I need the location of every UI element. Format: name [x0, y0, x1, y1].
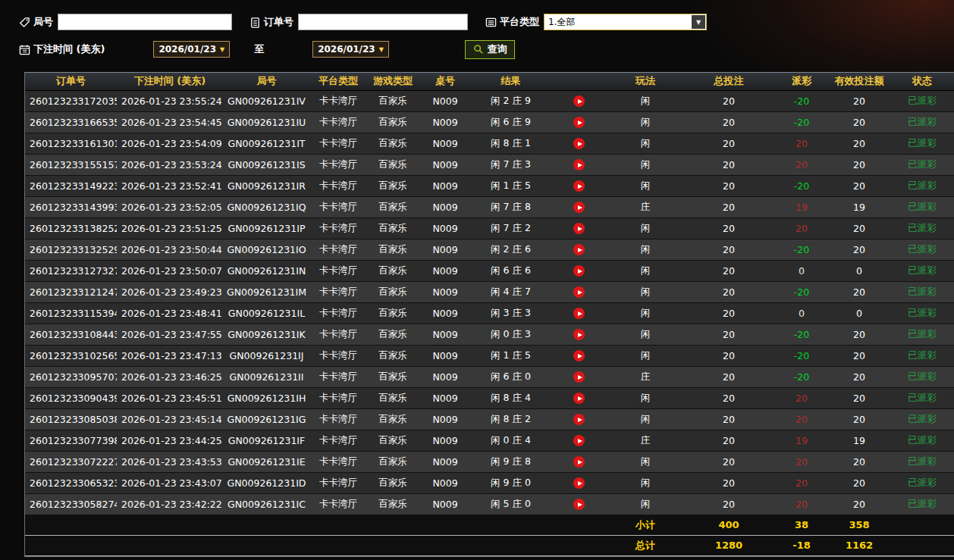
status-cell: 已派彩 [890, 451, 954, 472]
round-id-cell: GN009261231IF [223, 430, 310, 451]
replay-play-icon[interactable] [573, 286, 585, 298]
play-type-cell: 庄 [607, 366, 683, 387]
table-row: 2601232330722272026-01-23 23:43:53GN0092… [25, 451, 954, 472]
replay-play-icon[interactable] [573, 371, 585, 383]
replay-play-icon[interactable] [573, 350, 585, 361]
payout-cell: 20 [774, 493, 829, 515]
search-button[interactable]: 查询 [465, 40, 515, 59]
replay-cell [551, 196, 607, 217]
play-triangle [578, 248, 582, 252]
replay-play-icon[interactable] [573, 414, 585, 425]
replay-play-icon[interactable] [573, 117, 585, 128]
play-triangle [578, 396, 582, 401]
play-type-cell: 庄 [607, 430, 683, 451]
result-cell: 闲 0 庄 3 [471, 324, 551, 345]
order-id-cell: 260123233172035 [25, 90, 117, 111]
replay-play-icon[interactable] [573, 265, 585, 277]
replay-play-icon[interactable] [573, 138, 585, 149]
replay-play-icon[interactable] [573, 223, 585, 234]
game-type-cell: 百家乐 [366, 430, 419, 451]
replay-play-icon[interactable] [573, 159, 585, 171]
valid-bet-cell: 20 [829, 175, 890, 196]
bet-time-filter: 下注时间 (美东) [18, 42, 109, 56]
payout-cell: 19 [774, 430, 829, 451]
platform-select-value: 1.全部 [548, 16, 575, 29]
replay-play-icon[interactable] [573, 435, 585, 446]
payout-cell: 0 [774, 260, 829, 281]
replay-play-icon[interactable] [573, 499, 585, 510]
round-input[interactable] [58, 14, 232, 30]
total-bet-cell: 20 [683, 387, 774, 408]
table-row: 2601232331720352026-01-23 23:55:24GN0092… [25, 90, 954, 111]
order-id-cell: 260123233115394 [25, 302, 117, 324]
replay-play-icon[interactable] [573, 244, 585, 255]
play-triangle [578, 205, 582, 210]
bet-time-cell: 2026-01-23 23:47:13 [117, 345, 223, 366]
game-type-cell: 百家乐 [366, 281, 419, 302]
table-no-cell: N009 [419, 217, 471, 239]
play-triangle [578, 99, 582, 104]
platform-cell: 卡卡湾厅 [310, 302, 366, 324]
replay-play-icon[interactable] [573, 393, 585, 404]
table-row: 2601232331025652026-01-23 23:47:13GN0092… [25, 345, 954, 366]
status-cell: 已派彩 [890, 408, 954, 430]
replay-play-icon[interactable] [573, 308, 585, 319]
order-id-cell: 260123233121247 [25, 281, 117, 302]
grand-total-row: 总计 1280 -18 1162 [25, 535, 954, 555]
platform-cell: 卡卡湾厅 [310, 324, 366, 345]
result-cell: 闲 1 庄 5 [471, 345, 551, 366]
payout-cell: 0 [774, 302, 829, 324]
calendar-icon [18, 43, 30, 55]
order-input[interactable] [298, 14, 468, 30]
date-to-button[interactable]: 2026/01/23 ▼ [312, 41, 389, 58]
replay-play-icon[interactable] [573, 456, 585, 468]
valid-bet-cell: 20 [829, 217, 890, 239]
replay-play-icon[interactable] [573, 477, 585, 489]
valid-bet-cell: 20 [829, 408, 890, 430]
platform-cell: 卡卡湾厅 [310, 90, 366, 111]
round-id-cell: GN009261231IH [223, 387, 310, 408]
bet-table: 订单号 下注时间 (美东) 局号 平台类型 游戏类型 桌号 结果 玩法 总投注 … [24, 72, 954, 557]
table-no-cell: N009 [419, 239, 471, 260]
payout-cell: -20 [774, 281, 829, 302]
total-bet-cell: 20 [683, 196, 774, 217]
platform-cell: 卡卡湾厅 [310, 366, 366, 387]
game-type-cell: 百家乐 [366, 472, 419, 493]
valid-bet-cell: 20 [829, 493, 890, 515]
round-id-cell: GN009261231IK [223, 324, 310, 345]
replay-play-icon[interactable] [573, 202, 585, 213]
order-id-cell: 260123233058274 [25, 493, 117, 515]
search-button-label: 查询 [488, 42, 507, 56]
replay-cell [551, 408, 607, 430]
status-cell: 已派彩 [890, 472, 954, 493]
result-cell: 闲 6 庄 0 [471, 366, 551, 387]
table-row: 2601232331212472026-01-23 23:49:23GN0092… [25, 281, 954, 302]
round-id-cell: GN009261231IQ [223, 196, 310, 217]
grand-total-label: 总计 [607, 535, 683, 555]
play-triangle [578, 460, 582, 465]
status-cell: 已派彩 [890, 387, 954, 408]
replay-play-icon[interactable] [573, 95, 585, 107]
bet-time-cell: 2026-01-23 23:47:55 [117, 324, 223, 345]
replay-play-icon[interactable] [573, 329, 585, 340]
bet-time-cell: 2026-01-23 23:52:41 [117, 175, 223, 196]
header-row: 订单号 下注时间 (美东) 局号 平台类型 游戏类型 桌号 结果 玩法 总投注 … [25, 73, 954, 90]
order-id-cell: 260123233155157 [25, 154, 117, 175]
table-no-cell: N009 [419, 175, 471, 196]
play-triangle [578, 439, 582, 443]
round-id-cell: GN009261231IU [223, 111, 310, 133]
table-no-cell: N009 [419, 154, 471, 175]
platform-select[interactable]: 1.全部 ▼ [544, 14, 707, 30]
play-triangle [578, 227, 582, 231]
subtotal-row: 小计 400 38 358 [25, 515, 954, 535]
replay-cell [551, 217, 607, 239]
subtotal-status [890, 515, 954, 535]
order-id-cell: 260123233132529 [25, 239, 117, 260]
replay-play-icon[interactable] [573, 180, 585, 192]
status-cell: 已派彩 [890, 430, 954, 451]
result-cell: 闲 1 庄 5 [471, 175, 551, 196]
play-type-cell: 闲 [607, 133, 683, 154]
date-from-button[interactable]: 2026/01/23 ▼ [153, 41, 230, 58]
result-cell: 闲 2 庄 6 [471, 239, 551, 260]
game-type-cell: 百家乐 [366, 387, 419, 408]
